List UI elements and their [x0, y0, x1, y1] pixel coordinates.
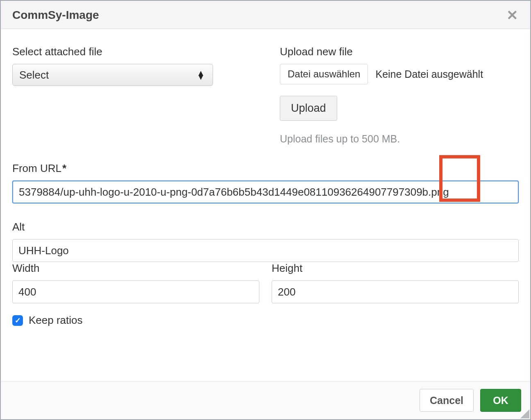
width-input[interactable] — [12, 280, 259, 303]
upload-label: Upload new file — [280, 45, 519, 58]
file-row: Datei auswählen Keine Datei ausgewählt — [280, 64, 519, 84]
dimensions-row: Width Height — [12, 262, 519, 303]
alt-label: Alt — [12, 221, 519, 233]
dialog-body: Select attached file Select ▲▼ Upload ne… — [1, 29, 530, 381]
top-row: Select attached file Select ▲▼ Upload ne… — [12, 45, 519, 145]
from-url-label: From URL — [12, 162, 519, 175]
dialog-title: CommSy-Image — [12, 9, 99, 22]
alt-section: Alt — [12, 221, 519, 262]
close-icon[interactable]: ✕ — [504, 8, 520, 22]
alt-input[interactable] — [12, 239, 519, 262]
ok-button[interactable]: OK — [480, 389, 521, 412]
url-section: From URL — [12, 162, 519, 203]
from-url-input[interactable] — [12, 181, 519, 203]
width-col: Width — [12, 262, 259, 303]
attached-file-label: Select attached file — [12, 45, 251, 58]
height-label: Height — [272, 262, 519, 275]
width-label: Width — [12, 262, 259, 275]
height-input[interactable] — [272, 280, 519, 303]
keep-ratios-checkbox[interactable]: ✓ — [12, 315, 23, 326]
cancel-button[interactable]: Cancel — [420, 389, 474, 412]
file-status: Keine Datei ausgewählt — [375, 68, 483, 80]
keep-ratios-label: Keep ratios — [29, 314, 83, 327]
commsy-image-dialog: CommSy-Image ✕ Select attached file Sele… — [0, 0, 531, 420]
attached-file-select-button[interactable]: Select — [12, 64, 213, 86]
upload-button[interactable]: Upload — [280, 96, 337, 121]
resize-handle-icon[interactable] — [520, 409, 529, 418]
upload-hint: Upload files up to 500 MB. — [280, 133, 519, 145]
attached-file-col: Select attached file Select ▲▼ — [12, 45, 251, 145]
dialog-footer: Cancel OK — [1, 381, 530, 419]
keep-ratios-row: ✓ Keep ratios — [12, 314, 519, 327]
upload-col: Upload new file Datei auswählen Keine Da… — [280, 45, 519, 145]
choose-file-button[interactable]: Datei auswählen — [280, 64, 368, 84]
attached-file-select[interactable]: Select ▲▼ — [12, 64, 213, 86]
dialog-titlebar: CommSy-Image ✕ — [1, 1, 530, 29]
height-col: Height — [272, 262, 519, 303]
